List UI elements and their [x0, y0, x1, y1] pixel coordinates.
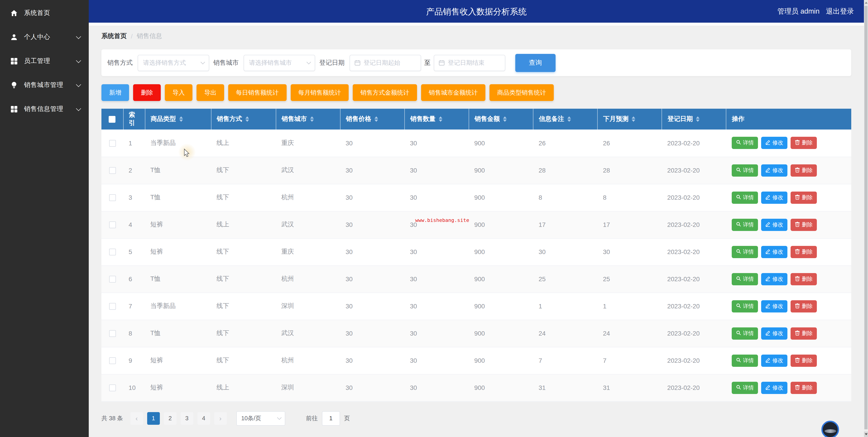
detail-button[interactable]: 详情: [732, 246, 758, 258]
scrollbar-up-arrow[interactable]: [864, 0, 868, 5]
delete-button[interactable]: 删除: [133, 84, 161, 101]
page-button-4[interactable]: 4: [197, 412, 210, 425]
delete-button[interactable]: 删除: [790, 218, 816, 231]
search-icon: [736, 330, 741, 337]
delete-button[interactable]: 删除: [790, 273, 816, 285]
import-button[interactable]: 导入: [165, 84, 192, 101]
sidebar-item-sale-info[interactable]: 销售信息管理: [0, 97, 89, 121]
city-amount-stats-button[interactable]: 销售城市金额统计: [421, 84, 486, 101]
edit-button[interactable]: 修改: [761, 246, 787, 258]
row-checkbox[interactable]: [109, 385, 116, 392]
delete-button[interactable]: 删除: [790, 381, 816, 394]
method-amount-stats-button[interactable]: 销售方式金额统计: [353, 84, 417, 101]
column-header-qty[interactable]: 销售数量: [405, 109, 469, 129]
edit-button[interactable]: 修改: [761, 218, 787, 231]
row-checkbox[interactable]: [109, 167, 116, 174]
detail-button[interactable]: 详情: [732, 218, 758, 231]
date-end-input[interactable]: 登记日期结束: [434, 55, 505, 71]
column-header-forecast[interactable]: 下月预测: [597, 109, 662, 129]
breadcrumb-root[interactable]: 系统首页: [101, 32, 127, 40]
delete-button[interactable]: 删除: [790, 164, 816, 177]
page-button-2[interactable]: 2: [164, 412, 176, 425]
sort-icon[interactable]: [374, 116, 378, 122]
detail-button[interactable]: 详情: [732, 137, 758, 149]
sort-icon[interactable]: [567, 116, 571, 122]
row-checkbox[interactable]: [109, 330, 116, 337]
table-row: 7当季新品线下深圳3030900112023-02-20详情修改删除: [101, 292, 851, 320]
goto-page-input[interactable]: 1: [322, 411, 340, 426]
sort-icon[interactable]: [439, 116, 442, 122]
sidebar-item-sale-city[interactable]: 销售城市管理: [0, 73, 89, 97]
row-checkbox[interactable]: [109, 303, 116, 310]
column-header-note[interactable]: 信息备注: [533, 109, 597, 129]
chevron-down-icon: [76, 34, 81, 39]
topbar: 产品销售收入数据分析系统 管理员 admin 退出登录: [89, 0, 864, 23]
edit-button[interactable]: 修改: [761, 273, 787, 285]
scrollbar[interactable]: [864, 0, 868, 437]
sidebar-item-staff[interactable]: 员工管理: [0, 49, 89, 73]
row-checkbox[interactable]: [109, 276, 116, 283]
column-header-type[interactable]: 商品类型: [145, 109, 211, 129]
row-checkbox[interactable]: [109, 357, 116, 364]
row-checkbox[interactable]: [109, 194, 116, 201]
detail-button[interactable]: 详情: [732, 273, 758, 285]
date-start-input[interactable]: 登记日期起始: [349, 55, 421, 71]
sidebar-item-home[interactable]: 系统首页: [0, 1, 89, 25]
sort-icon[interactable]: [179, 116, 183, 122]
delete-button[interactable]: 删除: [790, 246, 816, 258]
detail-button[interactable]: 详情: [732, 354, 758, 367]
page-size-select[interactable]: 10条/页: [236, 411, 285, 426]
detail-button[interactable]: 详情: [732, 164, 758, 177]
export-button[interactable]: 导出: [196, 84, 224, 101]
cell-index: 3: [123, 184, 145, 211]
detail-button[interactable]: 详情: [732, 381, 758, 394]
edit-button[interactable]: 修改: [761, 191, 787, 204]
sort-icon[interactable]: [310, 116, 314, 122]
daily-sales-stats-button[interactable]: 每日销售额统计: [228, 84, 286, 101]
avatar[interactable]: [822, 421, 839, 437]
column-header-date[interactable]: 登记日期: [662, 109, 726, 129]
column-header-price[interactable]: 销售价格: [340, 109, 405, 129]
sidebar-item-profile[interactable]: 个人中心: [0, 25, 89, 49]
page-button-1[interactable]: 1: [147, 412, 160, 425]
select-all-checkbox[interactable]: [109, 116, 116, 123]
monthly-sales-stats-button[interactable]: 每月销售额统计: [290, 84, 349, 101]
column-header-method[interactable]: 销售方式: [211, 109, 276, 129]
delete-button[interactable]: 删除: [790, 327, 816, 339]
row-checkbox[interactable]: [109, 140, 116, 147]
next-page-button[interactable]: ›: [214, 412, 227, 425]
sale-method-select[interactable]: 请选择销售方式: [138, 55, 209, 71]
edit-button[interactable]: 修改: [761, 354, 787, 367]
column-header-city[interactable]: 销售城市: [276, 109, 340, 129]
sort-icon[interactable]: [696, 116, 700, 122]
detail-button[interactable]: 详情: [732, 300, 758, 312]
sort-icon[interactable]: [632, 116, 635, 122]
delete-button[interactable]: 删除: [790, 300, 816, 312]
search-button[interactable]: 查询: [515, 54, 556, 72]
prev-page-button[interactable]: ‹: [130, 412, 143, 425]
type-sales-stats-button[interactable]: 商品类型销售统计: [490, 84, 554, 101]
scrollbar-down-arrow[interactable]: [864, 432, 868, 437]
edit-button[interactable]: 修改: [761, 164, 787, 177]
detail-button[interactable]: 详情: [732, 327, 758, 339]
edit-button[interactable]: 修改: [761, 300, 787, 312]
detail-button[interactable]: 详情: [732, 191, 758, 204]
cell-index: 9: [123, 347, 145, 374]
add-button[interactable]: 新增: [101, 84, 129, 101]
edit-button[interactable]: 修改: [761, 381, 787, 394]
row-checkbox[interactable]: [109, 222, 116, 228]
page-button-3[interactable]: 3: [180, 412, 193, 425]
edit-button[interactable]: 修改: [761, 327, 787, 339]
delete-button[interactable]: 删除: [790, 137, 816, 149]
scrollbar-thumb[interactable]: [864, 6, 868, 429]
sale-city-select[interactable]: 请选择销售城市: [244, 55, 315, 71]
logout-link[interactable]: 退出登录: [826, 6, 854, 16]
sort-icon[interactable]: [503, 116, 507, 122]
row-checkbox[interactable]: [109, 249, 116, 256]
cell-date: 2023-02-20: [662, 184, 726, 211]
edit-button[interactable]: 修改: [761, 137, 787, 149]
column-header-amount[interactable]: 销售金额: [469, 109, 533, 129]
delete-button[interactable]: 删除: [790, 354, 816, 367]
delete-button[interactable]: 删除: [790, 191, 816, 204]
sort-icon[interactable]: [245, 116, 249, 122]
